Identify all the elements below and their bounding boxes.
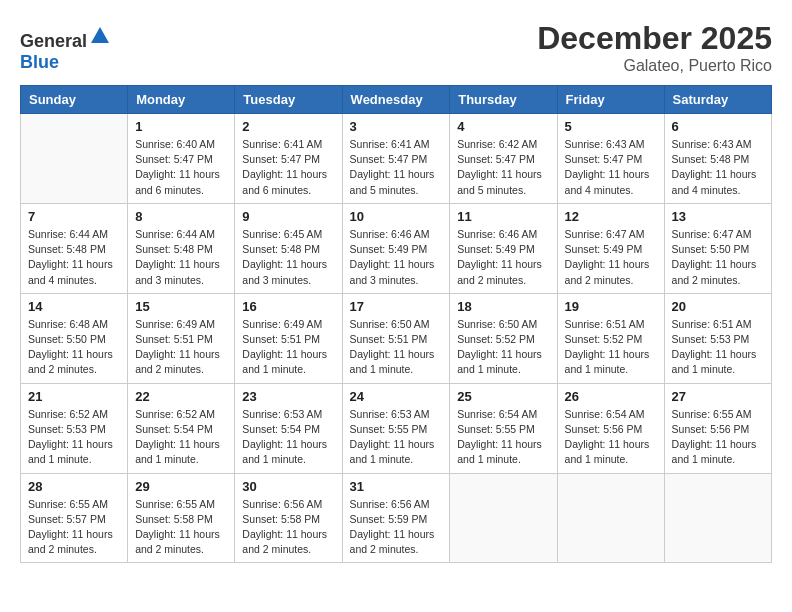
day-info: Sunrise: 6:43 AMSunset: 5:48 PMDaylight:… (672, 137, 764, 198)
calendar-day-cell: 26Sunrise: 6:54 AMSunset: 5:56 PMDayligh… (557, 383, 664, 473)
calendar-day-cell: 4Sunrise: 6:42 AMSunset: 5:47 PMDaylight… (450, 114, 557, 204)
day-info: Sunrise: 6:54 AMSunset: 5:56 PMDaylight:… (565, 407, 657, 468)
calendar-day-cell: 13Sunrise: 6:47 AMSunset: 5:50 PMDayligh… (664, 203, 771, 293)
calendar-week-row: 14Sunrise: 6:48 AMSunset: 5:50 PMDayligh… (21, 293, 772, 383)
logo-blue-text: Blue (20, 52, 59, 72)
weekday-header-thursday: Thursday (450, 86, 557, 114)
calendar-day-cell: 20Sunrise: 6:51 AMSunset: 5:53 PMDayligh… (664, 293, 771, 383)
weekday-header-wednesday: Wednesday (342, 86, 450, 114)
calendar-day-cell (664, 473, 771, 563)
day-info: Sunrise: 6:56 AMSunset: 5:59 PMDaylight:… (350, 497, 443, 558)
calendar-week-row: 1Sunrise: 6:40 AMSunset: 5:47 PMDaylight… (21, 114, 772, 204)
day-info: Sunrise: 6:52 AMSunset: 5:53 PMDaylight:… (28, 407, 120, 468)
calendar-day-cell: 16Sunrise: 6:49 AMSunset: 5:51 PMDayligh… (235, 293, 342, 383)
calendar-day-cell: 18Sunrise: 6:50 AMSunset: 5:52 PMDayligh… (450, 293, 557, 383)
day-info: Sunrise: 6:55 AMSunset: 5:58 PMDaylight:… (135, 497, 227, 558)
calendar-day-cell: 15Sunrise: 6:49 AMSunset: 5:51 PMDayligh… (128, 293, 235, 383)
day-number: 11 (457, 209, 549, 224)
day-number: 7 (28, 209, 120, 224)
day-info: Sunrise: 6:42 AMSunset: 5:47 PMDaylight:… (457, 137, 549, 198)
calendar-day-cell: 8Sunrise: 6:44 AMSunset: 5:48 PMDaylight… (128, 203, 235, 293)
day-number: 31 (350, 479, 443, 494)
day-number: 29 (135, 479, 227, 494)
calendar-day-cell: 28Sunrise: 6:55 AMSunset: 5:57 PMDayligh… (21, 473, 128, 563)
weekday-header-sunday: Sunday (21, 86, 128, 114)
day-number: 18 (457, 299, 549, 314)
location-text: Galateo, Puerto Rico (537, 57, 772, 75)
calendar-week-row: 28Sunrise: 6:55 AMSunset: 5:57 PMDayligh… (21, 473, 772, 563)
title-block: December 2025 Galateo, Puerto Rico (537, 20, 772, 75)
logo: General Blue (20, 25, 111, 73)
svg-marker-0 (91, 27, 109, 43)
weekday-header-monday: Monday (128, 86, 235, 114)
day-number: 22 (135, 389, 227, 404)
day-info: Sunrise: 6:44 AMSunset: 5:48 PMDaylight:… (135, 227, 227, 288)
day-info: Sunrise: 6:48 AMSunset: 5:50 PMDaylight:… (28, 317, 120, 378)
logo-icon (89, 25, 111, 47)
day-info: Sunrise: 6:45 AMSunset: 5:48 PMDaylight:… (242, 227, 334, 288)
day-number: 12 (565, 209, 657, 224)
weekday-header-tuesday: Tuesday (235, 86, 342, 114)
calendar-day-cell: 24Sunrise: 6:53 AMSunset: 5:55 PMDayligh… (342, 383, 450, 473)
calendar-day-cell: 22Sunrise: 6:52 AMSunset: 5:54 PMDayligh… (128, 383, 235, 473)
calendar-day-cell: 10Sunrise: 6:46 AMSunset: 5:49 PMDayligh… (342, 203, 450, 293)
day-number: 10 (350, 209, 443, 224)
weekday-header-row: SundayMondayTuesdayWednesdayThursdayFrid… (21, 86, 772, 114)
day-info: Sunrise: 6:54 AMSunset: 5:55 PMDaylight:… (457, 407, 549, 468)
day-number: 14 (28, 299, 120, 314)
day-info: Sunrise: 6:56 AMSunset: 5:58 PMDaylight:… (242, 497, 334, 558)
calendar-day-cell (557, 473, 664, 563)
calendar-day-cell: 19Sunrise: 6:51 AMSunset: 5:52 PMDayligh… (557, 293, 664, 383)
day-number: 21 (28, 389, 120, 404)
day-info: Sunrise: 6:47 AMSunset: 5:50 PMDaylight:… (672, 227, 764, 288)
day-number: 1 (135, 119, 227, 134)
calendar-day-cell: 12Sunrise: 6:47 AMSunset: 5:49 PMDayligh… (557, 203, 664, 293)
day-info: Sunrise: 6:50 AMSunset: 5:51 PMDaylight:… (350, 317, 443, 378)
calendar-week-row: 21Sunrise: 6:52 AMSunset: 5:53 PMDayligh… (21, 383, 772, 473)
calendar-day-cell (21, 114, 128, 204)
day-info: Sunrise: 6:52 AMSunset: 5:54 PMDaylight:… (135, 407, 227, 468)
calendar-day-cell: 25Sunrise: 6:54 AMSunset: 5:55 PMDayligh… (450, 383, 557, 473)
calendar-day-cell: 2Sunrise: 6:41 AMSunset: 5:47 PMDaylight… (235, 114, 342, 204)
day-number: 19 (565, 299, 657, 314)
day-info: Sunrise: 6:55 AMSunset: 5:56 PMDaylight:… (672, 407, 764, 468)
page-header: General Blue December 2025 Galateo, Puer… (20, 20, 772, 75)
calendar-day-cell: 9Sunrise: 6:45 AMSunset: 5:48 PMDaylight… (235, 203, 342, 293)
day-info: Sunrise: 6:55 AMSunset: 5:57 PMDaylight:… (28, 497, 120, 558)
day-number: 30 (242, 479, 334, 494)
calendar-day-cell: 27Sunrise: 6:55 AMSunset: 5:56 PMDayligh… (664, 383, 771, 473)
day-number: 28 (28, 479, 120, 494)
day-info: Sunrise: 6:44 AMSunset: 5:48 PMDaylight:… (28, 227, 120, 288)
day-number: 3 (350, 119, 443, 134)
calendar-day-cell: 11Sunrise: 6:46 AMSunset: 5:49 PMDayligh… (450, 203, 557, 293)
day-number: 15 (135, 299, 227, 314)
day-number: 5 (565, 119, 657, 134)
day-number: 8 (135, 209, 227, 224)
day-number: 20 (672, 299, 764, 314)
day-info: Sunrise: 6:53 AMSunset: 5:55 PMDaylight:… (350, 407, 443, 468)
day-info: Sunrise: 6:43 AMSunset: 5:47 PMDaylight:… (565, 137, 657, 198)
day-number: 6 (672, 119, 764, 134)
day-number: 16 (242, 299, 334, 314)
calendar-day-cell: 17Sunrise: 6:50 AMSunset: 5:51 PMDayligh… (342, 293, 450, 383)
calendar-week-row: 7Sunrise: 6:44 AMSunset: 5:48 PMDaylight… (21, 203, 772, 293)
day-number: 26 (565, 389, 657, 404)
calendar-day-cell: 30Sunrise: 6:56 AMSunset: 5:58 PMDayligh… (235, 473, 342, 563)
weekday-header-friday: Friday (557, 86, 664, 114)
day-info: Sunrise: 6:46 AMSunset: 5:49 PMDaylight:… (457, 227, 549, 288)
day-info: Sunrise: 6:51 AMSunset: 5:53 PMDaylight:… (672, 317, 764, 378)
calendar-day-cell: 21Sunrise: 6:52 AMSunset: 5:53 PMDayligh… (21, 383, 128, 473)
day-info: Sunrise: 6:40 AMSunset: 5:47 PMDaylight:… (135, 137, 227, 198)
day-info: Sunrise: 6:41 AMSunset: 5:47 PMDaylight:… (242, 137, 334, 198)
day-info: Sunrise: 6:49 AMSunset: 5:51 PMDaylight:… (242, 317, 334, 378)
day-number: 25 (457, 389, 549, 404)
calendar-day-cell: 1Sunrise: 6:40 AMSunset: 5:47 PMDaylight… (128, 114, 235, 204)
calendar-day-cell: 5Sunrise: 6:43 AMSunset: 5:47 PMDaylight… (557, 114, 664, 204)
day-info: Sunrise: 6:49 AMSunset: 5:51 PMDaylight:… (135, 317, 227, 378)
day-info: Sunrise: 6:46 AMSunset: 5:49 PMDaylight:… (350, 227, 443, 288)
calendar-day-cell: 3Sunrise: 6:41 AMSunset: 5:47 PMDaylight… (342, 114, 450, 204)
day-info: Sunrise: 6:50 AMSunset: 5:52 PMDaylight:… (457, 317, 549, 378)
day-number: 24 (350, 389, 443, 404)
day-info: Sunrise: 6:47 AMSunset: 5:49 PMDaylight:… (565, 227, 657, 288)
calendar-day-cell (450, 473, 557, 563)
